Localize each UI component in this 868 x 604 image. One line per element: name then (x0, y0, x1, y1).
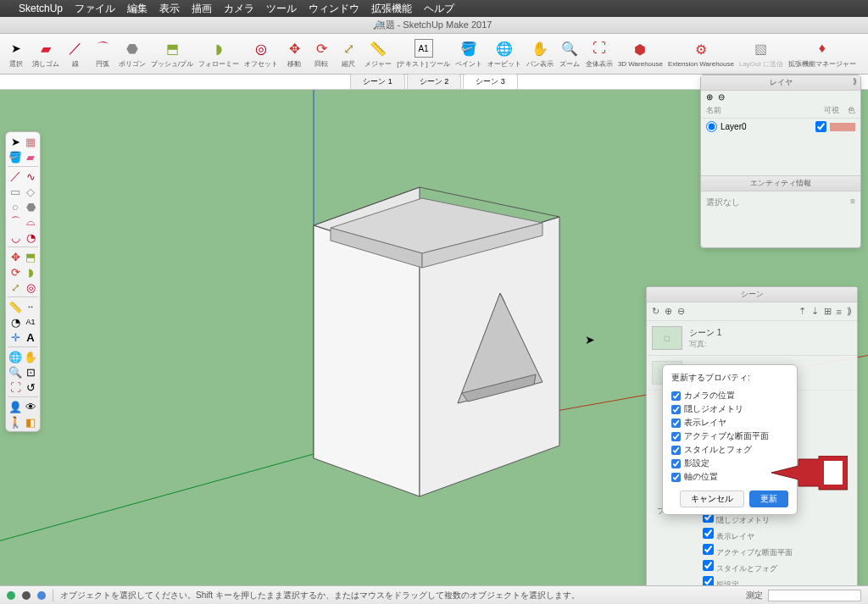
menu-help[interactable]: ヘルプ (424, 2, 454, 16)
status-dot-1-icon[interactable] (7, 591, 15, 600)
vt-section[interactable]: ◧ (23, 414, 38, 429)
status-dot-2-icon[interactable] (22, 591, 31, 600)
scene-tab-1[interactable]: シーン 1 (350, 74, 405, 89)
vt-pie[interactable]: ◔ (23, 230, 38, 245)
tool-arc[interactable]: ⌒円弧 (92, 39, 114, 69)
scene-tab-2[interactable]: シーン 2 (407, 74, 462, 89)
vt-offset[interactable]: ◎ (23, 280, 38, 295)
tool-zoom[interactable]: 🔍ズーム (559, 39, 581, 69)
dialog-check-hidden[interactable]: 隠しジオメトリ (671, 402, 788, 416)
vt-rect[interactable]: ▭ (8, 184, 23, 199)
tool-shape[interactable]: ⬣ポリゴン (119, 39, 146, 69)
measurement-input[interactable] (768, 590, 861, 601)
scene-view-icon[interactable]: ⊞ (824, 306, 832, 317)
tool-offset[interactable]: ◎オフセット (244, 39, 278, 69)
menu-draw[interactable]: 描画 (192, 2, 212, 16)
scenes-panel-toolbar: ↻ ⊕ ⊖ ⇡ ⇣ ⊞ ≡ ⟫ (647, 302, 857, 321)
tool-line[interactable]: ／線 (64, 39, 86, 69)
menu-view[interactable]: 表示 (159, 2, 180, 16)
vt-pushpull[interactable]: ⬒ (23, 249, 38, 264)
layer-row[interactable]: Layer0 (701, 119, 860, 135)
tool-layout[interactable]: ▧LayOut に送信 (739, 39, 783, 69)
vt-protractor[interactable]: ◔ (8, 314, 23, 330)
vt-select[interactable]: ➤ (8, 134, 23, 149)
vt-orbit[interactable]: 🌐 (8, 349, 23, 364)
vt-look[interactable]: 👁 (23, 399, 38, 414)
dialog-check-layers[interactable]: 表示レイヤ (671, 416, 788, 429)
vt-move[interactable]: ✥ (8, 249, 23, 264)
tool-eraser[interactable]: ▰消しゴム (32, 39, 59, 69)
vt-rotrect[interactable]: ◇ (23, 184, 38, 199)
tool-followme[interactable]: ◗フォローミー (198, 39, 239, 69)
scene-detail-icon[interactable]: ≡ (837, 307, 842, 317)
layer-color-swatch[interactable] (830, 123, 855, 131)
vt-rotate[interactable]: ⟳ (8, 264, 23, 280)
scene-remove-icon[interactable]: ⊖ (677, 306, 685, 317)
scene-tab-3[interactable]: シーン 3 (463, 74, 518, 89)
entity-menu-icon[interactable]: ≡ (850, 197, 855, 208)
cancel-button[interactable]: キャンセル (680, 490, 744, 507)
remove-layer-icon[interactable]: ⊖ (718, 92, 725, 102)
menu-extensions[interactable]: 拡張機能 (371, 2, 412, 16)
vt-zoom[interactable]: 🔍 (8, 364, 23, 380)
vt-paint[interactable]: 🪣 (8, 149, 23, 164)
tool-scale[interactable]: ⤢縮尺 (337, 39, 359, 69)
layer-active-radio[interactable] (706, 121, 717, 132)
tool-rotate[interactable]: ⟳回転 (310, 39, 332, 69)
tool-pushpull[interactable]: ⬒プッシュ/プル (151, 39, 193, 69)
vt-prev[interactable]: ↺ (23, 380, 38, 395)
layers-panel[interactable]: レイヤ⟫ ⊕ ⊖ 名前 可視 色 Layer0 エンティティ情報 選択なし ≡ (700, 75, 861, 248)
add-layer-icon[interactable]: ⊕ (706, 92, 713, 102)
tool-ext-manager[interactable]: ♦拡張機能マネージャー (788, 39, 856, 69)
scene-list-item-1[interactable]: ▢ シーン 1 写真: (647, 321, 857, 356)
vt-polygon[interactable]: ⬣ (23, 199, 38, 214)
menu-file[interactable]: ファイル (75, 2, 115, 16)
tool-text[interactable]: A1[テキスト] ツール (397, 39, 450, 69)
tool-orbit[interactable]: 🌐オービット (487, 39, 521, 69)
vt-zoomwin[interactable]: ⊡ (23, 364, 38, 380)
tool-ext-warehouse[interactable]: ⚙Extension Warehouse (668, 40, 734, 68)
vt-arc2[interactable]: ⌓ (23, 214, 38, 230)
vt-circle[interactable]: ○ (8, 199, 23, 214)
tool-move[interactable]: ✥移動 (283, 39, 305, 69)
tool-pan[interactable]: ✋パン表示 (526, 39, 554, 69)
vt-followme[interactable]: ◗ (23, 264, 38, 280)
vt-pan[interactable]: ✋ (23, 349, 38, 364)
vt-position[interactable]: 👤 (8, 399, 23, 414)
menu-edit[interactable]: 編集 (127, 2, 147, 16)
vt-freehand[interactable]: ∿ (23, 169, 38, 184)
tool-zoom-extents[interactable]: ⛶全体表示 (586, 39, 613, 69)
tool-measure[interactable]: 📏メジャー (364, 39, 392, 69)
tool-paint[interactable]: 🪣ペイント (455, 39, 482, 69)
scene-update-icon[interactable]: ↻ (652, 306, 659, 317)
vt-walk[interactable]: 🚶 (8, 414, 23, 429)
vt-arc3[interactable]: ◡ (8, 230, 23, 245)
app-name[interactable]: SketchUp (19, 3, 63, 14)
scene-menu-icon[interactable]: ⟫ (847, 306, 852, 317)
vt-zoomext[interactable]: ⛶ (8, 380, 23, 395)
dialog-check-style[interactable]: スタイルとフォグ (671, 443, 788, 457)
tool-3d-warehouse[interactable]: ⬢3D Warehouse (618, 40, 663, 68)
menu-window[interactable]: ウィンドウ (309, 2, 359, 16)
vt-scale[interactable]: ⤢ (8, 280, 23, 295)
menu-camera[interactable]: カメラ (224, 2, 254, 16)
status-dot-3-icon[interactable] (37, 591, 46, 600)
vt-eraser[interactable]: ▰ (23, 149, 38, 164)
vt-dim[interactable]: ↔ (23, 299, 38, 314)
scene-down-icon[interactable]: ⇣ (811, 306, 819, 317)
vt-3dtext[interactable]: A (23, 330, 38, 345)
layers-menu-icon[interactable]: ⟫ (853, 77, 857, 86)
vt-text[interactable]: A1 (23, 314, 38, 330)
vt-arc[interactable]: ⌒ (8, 214, 23, 230)
vt-line[interactable]: ／ (8, 169, 23, 184)
tool-select[interactable]: ➤選択 (5, 39, 27, 69)
vt-tape[interactable]: 📏 (8, 299, 23, 314)
scene-add-icon[interactable]: ⊕ (665, 306, 672, 317)
scene-up-icon[interactable]: ⇡ (798, 306, 806, 317)
dialog-check-section[interactable]: アクティブな断面平面 (671, 429, 788, 443)
menu-tools[interactable]: ツール (266, 2, 297, 16)
vt-component[interactable]: ▦ (23, 134, 38, 149)
vt-axes[interactable]: ✛ (8, 330, 23, 345)
dialog-check-camera[interactable]: カメラの位置 (671, 389, 788, 402)
layer-visible-check[interactable] (815, 121, 826, 132)
